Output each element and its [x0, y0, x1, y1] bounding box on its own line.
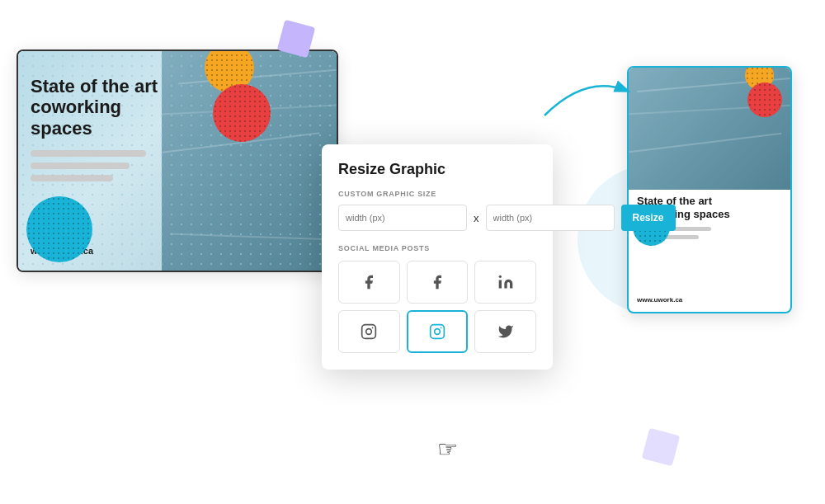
- social-instagram-1[interactable]: [338, 310, 400, 353]
- card-left-lines: [31, 150, 175, 181]
- height-input[interactable]: [486, 205, 615, 231]
- resize-arrow: [536, 66, 635, 132]
- custom-size-label: CUSTOM GRAPHIC SIZE: [338, 190, 536, 198]
- card-left-title: State of the art coworking spaces: [31, 76, 175, 139]
- social-twitter[interactable]: [474, 310, 536, 353]
- social-label: SOCIAL MEDIA POSTS: [338, 244, 536, 252]
- svg-point-2: [366, 329, 372, 335]
- resize-button[interactable]: Resize: [621, 205, 676, 231]
- card-left-content: State of the art coworking spaces: [31, 76, 175, 187]
- card-line-1: [31, 150, 146, 157]
- dialog-title: Resize Graphic: [338, 161, 536, 178]
- card-right: State of the art coworking spaces www.uw…: [627, 66, 792, 313]
- social-facebook-2[interactable]: [407, 261, 469, 304]
- size-row: x Resize: [338, 205, 536, 231]
- svg-point-3: [372, 327, 374, 329]
- svg-point-0: [498, 276, 501, 278]
- card-right-dot-red: [747, 82, 782, 117]
- social-linkedin[interactable]: [474, 261, 536, 304]
- svg-rect-4: [431, 325, 445, 339]
- card-left: State of the art coworking spaces www.uw…: [16, 49, 338, 272]
- social-grid: [338, 261, 536, 353]
- card-left-dot-red: [213, 84, 271, 142]
- svg-rect-1: [362, 325, 376, 339]
- card-line-3: [31, 175, 113, 181]
- resize-dialog: Resize Graphic CUSTOM GRAPHIC SIZE x Res…: [322, 144, 553, 370]
- deco-square-bottom: [642, 428, 681, 467]
- x-separator: x: [474, 212, 479, 224]
- card-left-photo: [162, 51, 337, 271]
- svg-point-6: [441, 327, 442, 329]
- svg-point-5: [435, 329, 441, 335]
- card-line-2: [31, 163, 130, 169]
- social-instagram-2[interactable]: [407, 310, 469, 353]
- social-facebook-1[interactable]: [338, 261, 400, 304]
- card-right-url: www.uwork.ca: [637, 296, 682, 304]
- cursor-hand: ☞: [437, 436, 458, 463]
- width-input[interactable]: [338, 205, 467, 231]
- card-left-dot-blue: [26, 196, 92, 262]
